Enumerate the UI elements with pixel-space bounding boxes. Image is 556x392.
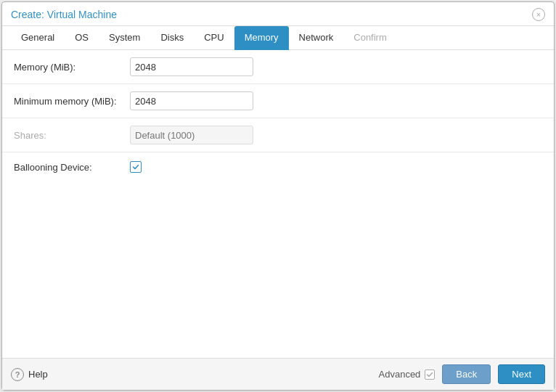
ballooning-label: Ballooning Device: xyxy=(14,162,130,173)
close-button[interactable]: × xyxy=(532,8,545,21)
shares-label: Shares: xyxy=(14,130,130,141)
form-content: Memory (MiB): ▲ ▼ Minimum memory (MiB): … xyxy=(2,50,554,358)
tab-memory[interactable]: Memory xyxy=(234,26,289,50)
tab-system[interactable]: System xyxy=(99,26,150,50)
advanced-label: Advanced xyxy=(379,369,421,380)
advanced-checkbox[interactable] xyxy=(425,369,435,380)
tab-bar: General OS System Disks CPU Memory Netwo… xyxy=(2,26,554,50)
ballooning-checkbox[interactable] xyxy=(130,161,142,173)
tab-confirm: Confirm xyxy=(343,26,397,50)
help-icon: ? xyxy=(11,368,24,381)
tab-disks[interactable]: Disks xyxy=(150,26,194,50)
create-vm-dialog: Create: Virtual Machine × General OS Sys… xyxy=(1,1,555,391)
memory-row: Memory (MiB): ▲ ▼ xyxy=(2,50,554,84)
min-memory-row: Minimum memory (MiB): ▲ ▼ xyxy=(2,84,554,118)
dialog-title-bar: Create: Virtual Machine × xyxy=(2,2,554,26)
dialog-title: Create: Virtual Machine xyxy=(11,9,117,20)
tab-cpu[interactable]: CPU xyxy=(194,26,234,50)
shares-row: Shares: ▲ ▼ xyxy=(2,118,554,152)
memory-input[interactable] xyxy=(131,58,253,75)
shares-input xyxy=(131,126,253,144)
footer-right: Advanced Back Next xyxy=(379,364,545,384)
min-memory-label: Minimum memory (MiB): xyxy=(14,96,130,107)
ballooning-row: Ballooning Device: xyxy=(2,152,554,181)
tab-os[interactable]: OS xyxy=(65,26,99,50)
dialog-footer: ? Help Advanced Back Next xyxy=(2,358,554,390)
ballooning-checkbox-area xyxy=(130,161,142,173)
help-label: Help xyxy=(28,369,48,380)
check-icon-svg xyxy=(132,163,139,171)
back-button[interactable]: Back xyxy=(442,364,491,384)
advanced-area: Advanced xyxy=(379,369,436,380)
memory-spinner[interactable]: ▲ ▼ xyxy=(130,57,253,76)
min-memory-input[interactable] xyxy=(131,92,253,110)
help-area[interactable]: ? Help xyxy=(11,368,48,381)
tab-general[interactable]: General xyxy=(11,26,65,50)
advanced-check-icon xyxy=(426,371,433,378)
memory-label: Memory (MiB): xyxy=(14,62,130,73)
shares-spinner: ▲ ▼ xyxy=(130,126,253,144)
tab-network[interactable]: Network xyxy=(289,26,344,50)
min-memory-spinner[interactable]: ▲ ▼ xyxy=(130,91,253,110)
next-button[interactable]: Next xyxy=(498,364,545,384)
